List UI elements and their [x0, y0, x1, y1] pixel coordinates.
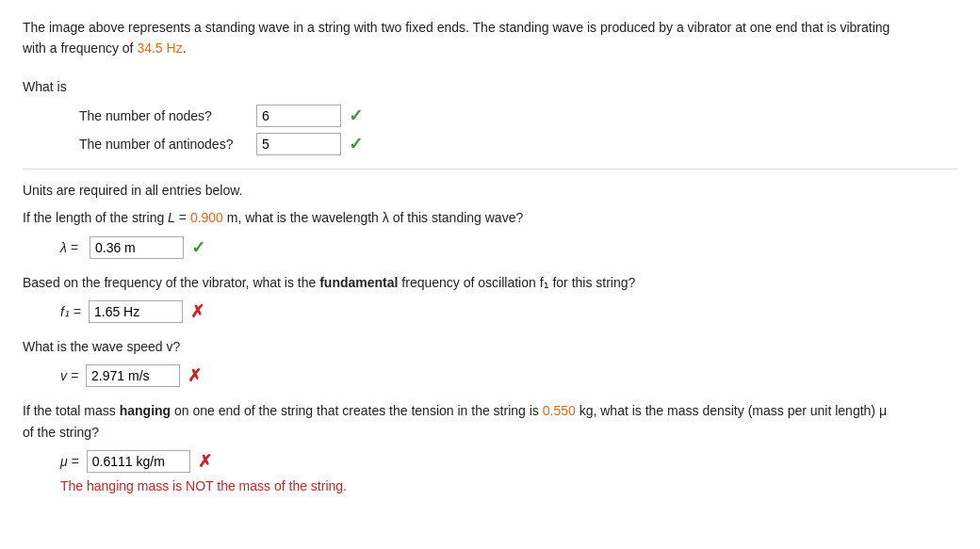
mdq-prefix: If the total mass [23, 403, 120, 418]
mu-row: μ = ✗ [60, 450, 957, 473]
wavelength-section: If the length of the string L = 0.900 m,… [23, 207, 957, 258]
intro-frequency: 34.5 Hz [137, 40, 182, 56]
antinodes-label: The number of antinodes? [79, 137, 249, 152]
lambda-label: λ = [60, 240, 78, 255]
lambda-input[interactable] [90, 236, 184, 259]
mdq-bold: hanging [120, 403, 171, 418]
wq-suffix: m, what is the wavelength λ of this stan… [223, 210, 523, 225]
wave-speed-section: What is the wave speed v? v = ✗ [23, 336, 957, 387]
v-input[interactable] [86, 364, 180, 387]
intro-line1: The image above represents a standing wa… [23, 20, 890, 35]
antinodes-input[interactable] [256, 133, 341, 155]
lambda-row: λ = ✓ [60, 236, 957, 259]
mu-input[interactable] [87, 450, 190, 473]
fq-bold: fundamental [319, 275, 398, 290]
antinodes-check-icon: ✓ [349, 134, 363, 154]
mdq-suffix: kg, what is the mass density (mass per u… [576, 403, 887, 418]
f1-row: f₁ = ✗ [60, 300, 957, 323]
v-label: v = [60, 368, 78, 383]
nodes-label: The number of nodes? [79, 108, 249, 123]
error-message: The hanging mass is NOT the mass of the … [60, 478, 957, 493]
mass-density-question2: of the string? [23, 425, 99, 440]
nodes-input[interactable] [256, 105, 341, 127]
units-note: Units are required in all entries below. [23, 183, 957, 198]
f1-cross-icon: ✗ [190, 301, 204, 322]
intro-line2end: . [183, 40, 187, 56]
antinodes-row: The number of antinodes? ✓ [79, 133, 957, 155]
intro-paragraph: The image above represents a standing wa… [23, 17, 957, 59]
wave-speed-question: What is the wave speed v? [23, 336, 957, 357]
mass-density-question: If the total mass hanging on one end of … [23, 400, 957, 443]
v-cross-icon: ✗ [188, 365, 202, 386]
mdq-middle: on one end of the string that creates th… [171, 403, 543, 418]
wq-Lval: 0.900 [190, 210, 223, 225]
v-row: v = ✗ [60, 364, 957, 387]
what-is-label: What is [23, 76, 957, 97]
mu-cross-icon: ✗ [198, 451, 212, 472]
mu-label: μ = [60, 454, 79, 469]
wavelength-question: If the length of the string L = 0.900 m,… [23, 207, 957, 228]
f1-input[interactable] [89, 300, 183, 323]
fq-suffix: frequency of oscillation f₁ for this str… [398, 275, 635, 290]
lambda-check-icon: ✓ [191, 237, 205, 258]
nodes-check-icon: ✓ [349, 105, 363, 126]
wq-equals: = [175, 210, 190, 225]
mass-density-section: If the total mass hanging on one end of … [23, 400, 957, 493]
wq-prefix: If the length of the string [23, 210, 168, 225]
divider-1 [23, 169, 957, 170]
intro-line2: with a frequency of [23, 40, 137, 56]
fundamental-section: Based on the frequency of the vibrator, … [23, 272, 957, 323]
fq-prefix: Based on the frequency of the vibrator, … [23, 275, 319, 290]
what-is-section: What is The number of nodes? ✓ The numbe… [23, 76, 957, 155]
fundamental-question: Based on the frequency of the vibrator, … [23, 272, 957, 293]
f1-label: f₁ = [60, 304, 81, 319]
nodes-row: The number of nodes? ✓ [79, 105, 957, 127]
wq-L: L [168, 210, 175, 225]
mdq-mass: 0.550 [543, 403, 576, 418]
